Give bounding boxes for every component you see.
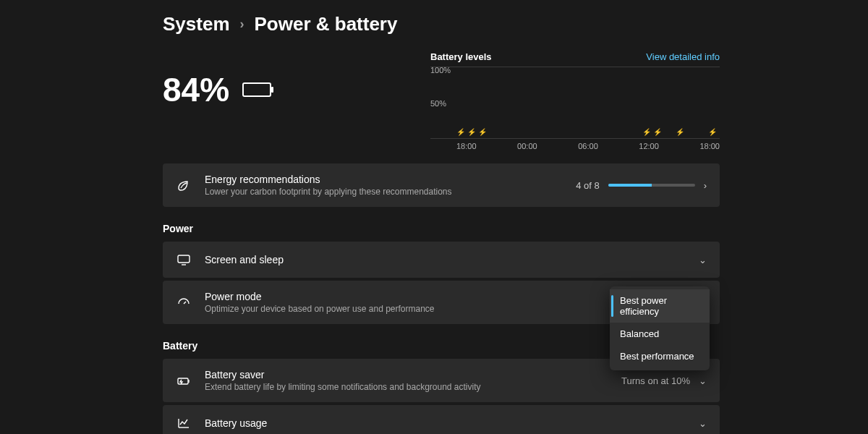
energy-recommendations-row[interactable]: Energy recommendations Lower your carbon… xyxy=(163,163,720,207)
battery-saver-status: Turns on at 10% xyxy=(621,375,690,386)
energy-recommendations-title: Energy recommendations xyxy=(205,174,563,185)
chart-title: Battery levels xyxy=(430,51,492,62)
screen-and-sleep-row[interactable]: Screen and sleep ⌄ xyxy=(163,242,720,278)
chevron-right-icon: › xyxy=(704,180,707,191)
charging-bolt-icon: ⚡ xyxy=(467,128,476,136)
energy-progress-bar xyxy=(608,184,695,187)
x-axis-label: 00:00 xyxy=(517,142,537,150)
battery-saver-title: Battery saver xyxy=(205,369,608,380)
page-title: Power & battery xyxy=(255,13,398,35)
power-mode-icon xyxy=(176,295,192,310)
svg-rect-1 xyxy=(178,378,188,384)
svg-rect-0 xyxy=(178,255,190,263)
breadcrumb-parent[interactable]: System xyxy=(163,13,230,35)
x-axis-label: 18:00 xyxy=(456,142,477,150)
chevron-down-icon: ⌄ xyxy=(699,418,707,429)
breadcrumb: System › Power & battery xyxy=(163,13,868,35)
monitor-icon xyxy=(176,252,192,267)
leaf-icon xyxy=(176,178,192,192)
view-detailed-info-link[interactable]: View detailed info xyxy=(646,51,720,62)
chevron-down-icon: ⌄ xyxy=(699,375,707,386)
power-mode-option[interactable]: Best performance xyxy=(610,345,710,367)
power-mode-option[interactable]: Best power efficiency xyxy=(610,289,710,323)
charging-bolt-icon: ⚡ xyxy=(478,128,487,136)
charging-bolt-icon: ⚡ xyxy=(456,128,465,136)
battery-percent-value: 84% xyxy=(163,70,229,109)
chart-line-icon xyxy=(176,416,192,430)
power-mode-option[interactable]: Balanced xyxy=(610,323,710,345)
battery-percent-block: 84% xyxy=(163,51,271,109)
x-axis-label: 12:00 xyxy=(639,142,659,150)
chevron-down-icon: ⌄ xyxy=(699,255,707,265)
x-axis-label: 06:00 xyxy=(578,142,598,150)
screen-and-sleep-title: Screen and sleep xyxy=(205,254,686,265)
charging-bolt-icon: ⚡ xyxy=(708,128,717,136)
battery-usage-title: Battery usage xyxy=(205,417,686,429)
power-mode-dropdown[interactable]: Best power efficiencyBalancedBest perfor… xyxy=(610,286,710,370)
battery-saver-subtitle: Extend battery life by limiting some not… xyxy=(205,382,608,392)
x-axis-label: 18:00 xyxy=(699,142,720,150)
charging-bolt-icon: ⚡ xyxy=(676,128,684,136)
chevron-right-icon: › xyxy=(240,17,244,32)
battery-saver-icon xyxy=(176,373,192,388)
battery-icon xyxy=(242,82,271,97)
y-axis-50: 50% xyxy=(430,99,446,108)
battery-usage-row[interactable]: Battery usage ⌄ xyxy=(163,405,720,434)
power-mode-row[interactable]: Power mode Optimize your device based on… xyxy=(163,281,720,324)
section-power-header: Power xyxy=(163,223,720,234)
battery-levels-chart: Battery levels View detailed info 100% 5… xyxy=(430,51,720,150)
charging-bolt-icon: ⚡ xyxy=(653,128,662,136)
energy-recommendations-subtitle: Lower your carbon footprint by applying … xyxy=(205,187,563,197)
charging-bolt-icon: ⚡ xyxy=(642,128,651,136)
energy-count-label: 4 of 8 xyxy=(576,180,600,191)
y-axis-100: 100% xyxy=(430,66,451,75)
